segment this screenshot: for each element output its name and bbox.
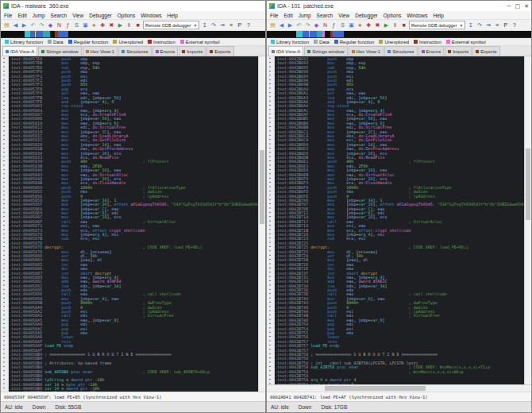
scripts-icon[interactable]: ≡ [493, 20, 500, 30]
view-tab[interactable]: Hex View-1 [349, 46, 384, 56]
debugger-select[interactable]: Remote GDB debugger▼ [143, 21, 199, 29]
scrollbar-thumb[interactable] [526, 149, 530, 221]
view-tab[interactable]: Imports [445, 46, 472, 56]
menu-item[interactable]: View [72, 13, 83, 18]
menu-item[interactable]: Debugger [89, 13, 112, 18]
tab-icon [448, 50, 451, 53]
view-tab[interactable]: IDA View-A [268, 46, 303, 56]
run-until-icon[interactable]: ⇥ [484, 20, 492, 30]
start-process-icon[interactable]: ▶ [117, 20, 124, 30]
legend-swatch [334, 40, 338, 44]
view-tab[interactable]: Enums [418, 46, 445, 56]
step-over-icon[interactable]: ↷ [476, 20, 483, 30]
help-icon[interactable]: ? [511, 20, 518, 30]
menu-item[interactable]: Jump [33, 13, 45, 18]
maximize-button[interactable]: ▢ [515, 3, 521, 10]
view-tab[interactable]: Hex View-1 [83, 46, 118, 56]
structs-icon[interactable]: ▣ [348, 20, 355, 30]
menu-item[interactable]: Edit [17, 13, 26, 18]
names-icon[interactable]: N [322, 20, 329, 30]
menu-item[interactable]: Options [118, 13, 135, 18]
title-bar[interactable]: IDA - malware_360.exe [1, 1, 265, 11]
cancel-analysis-icon[interactable]: ✖ [374, 20, 381, 30]
step-into-icon[interactable]: ↧ [201, 20, 208, 30]
menu-item[interactable]: File [270, 13, 278, 18]
forward-icon[interactable]: ▶ [21, 20, 28, 30]
strings-icon[interactable]: S [73, 20, 80, 30]
menu-item[interactable]: Search [51, 13, 67, 18]
navigation-band[interactable] [1, 31, 265, 38]
view-tab[interactable]: IDA View-A [2, 46, 37, 56]
back-icon[interactable]: ◀ [278, 20, 285, 30]
menu-item[interactable]: Help [434, 13, 444, 18]
menu-item[interactable]: Jump [299, 13, 311, 18]
save-icon[interactable]: ▤ [3, 20, 10, 30]
navigation-band[interactable] [267, 31, 531, 38]
close-button[interactable]: ✕ [524, 3, 529, 10]
debugger-select[interactable]: Remote GDB debugger▼ [409, 21, 465, 29]
menu-item[interactable]: Edit [283, 13, 292, 18]
view-tab[interactable]: Structures [118, 46, 151, 56]
jump-address-icon[interactable]: ◆ [313, 20, 320, 30]
minimize-button[interactable]: ─ [507, 3, 511, 10]
colors-icon[interactable]: ★ [91, 20, 98, 30]
forward-icon[interactable]: ▶ [287, 20, 294, 30]
tab-icon [121, 50, 125, 53]
colors-icon[interactable]: ★ [357, 20, 364, 30]
python-icon[interactable]: P [502, 20, 509, 30]
structs-icon[interactable]: ▣ [82, 20, 89, 30]
start-process-icon[interactable]: ▶ [383, 20, 390, 30]
title-bar[interactable]: IDA - 101_patched.exe ─ ▢ ✕ [267, 1, 531, 11]
names-icon[interactable]: N [56, 20, 63, 30]
menu-item[interactable]: Debugger [355, 13, 378, 18]
menu-item[interactable]: Windows [407, 13, 427, 18]
redo-icon[interactable]: ↷ [38, 20, 45, 30]
legend-label: Unexplored [384, 40, 409, 44]
tab-icon [476, 50, 479, 53]
strings-icon[interactable]: S [339, 20, 346, 30]
menu-item[interactable]: View [338, 13, 349, 18]
scripts-icon[interactable]: ≡ [227, 20, 234, 30]
stop-process-icon[interactable]: ■ [400, 20, 407, 30]
patch-icon[interactable]: ✚ [99, 20, 106, 30]
back-icon[interactable]: ◀ [12, 20, 19, 30]
view-tab[interactable]: Structures [384, 46, 417, 56]
python-icon[interactable]: P [236, 20, 243, 30]
undo-icon[interactable]: ↶ [295, 20, 303, 30]
menu-item[interactable]: Help [168, 13, 178, 18]
undo-icon[interactable]: ↶ [29, 20, 37, 30]
pause-process-icon[interactable]: ‖ [391, 20, 399, 30]
menu-item[interactable]: Search [317, 13, 333, 18]
help-icon[interactable]: ? [245, 20, 252, 30]
pause-process-icon[interactable]: ‖ [125, 20, 133, 30]
scrollbar-thumb[interactable] [325, 386, 426, 391]
view-tab[interactable]: Enums [152, 46, 179, 56]
menu-item[interactable]: Windows [141, 13, 161, 18]
vertical-scrollbar[interactable] [258, 56, 265, 392]
patch-icon[interactable]: ✚ [365, 20, 372, 30]
run-until-icon[interactable]: ⇥ [218, 20, 226, 30]
analysis-state: Down [299, 404, 312, 410]
view-tab[interactable]: Strings window [304, 46, 347, 56]
sync-status-text: 0002AB41 0042B741: load_PE+AF (Synchroni… [270, 395, 428, 399]
stop-process-icon[interactable]: ■ [134, 20, 141, 30]
view-tab[interactable]: Strings window [38, 46, 81, 56]
scrollbar-thumb[interactable] [260, 150, 264, 224]
jump-address-icon[interactable]: ◆ [47, 20, 54, 30]
navigation-band-segments [1, 31, 265, 37]
functions-icon[interactable]: ƒ [330, 20, 337, 30]
step-into-icon[interactable]: ↧ [467, 20, 474, 30]
menu-item[interactable]: Options [384, 13, 401, 18]
step-over-icon[interactable]: ↷ [210, 20, 217, 30]
cancel-analysis-icon[interactable]: ✖ [108, 20, 115, 30]
toolbar: ▤◀▶↶↷◆NƒS▣★✚✖▶‖■ Remote GDB debugger▼ ↧↷… [1, 20, 265, 31]
save-icon[interactable]: ▤ [269, 20, 276, 30]
view-tab[interactable]: Exports [206, 46, 233, 56]
functions-icon[interactable]: ƒ [64, 20, 71, 30]
view-tab[interactable]: Exports [472, 46, 499, 56]
horizontal-scrollbar[interactable] [267, 384, 531, 392]
view-tab[interactable]: Imports [179, 46, 206, 56]
redo-icon[interactable]: ↷ [304, 20, 311, 30]
menu-item[interactable]: File [4, 13, 12, 18]
vertical-scrollbar[interactable] [524, 56, 531, 384]
